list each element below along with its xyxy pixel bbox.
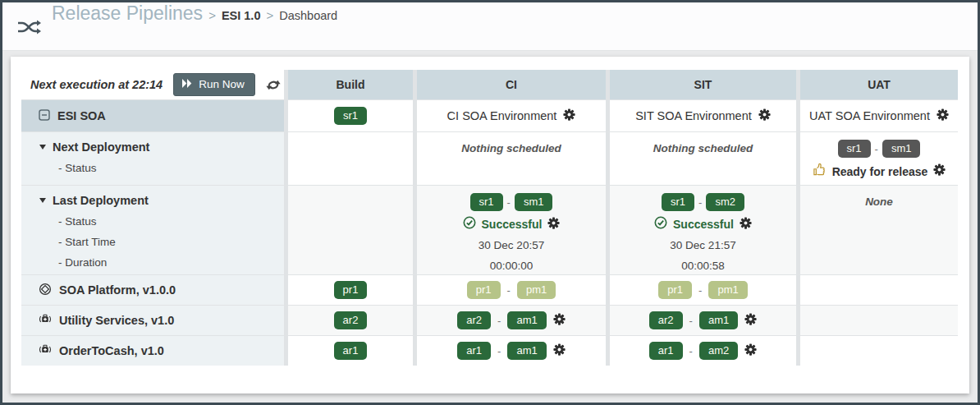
release-badge[interactable]: sr1 xyxy=(470,193,503,211)
package-badge[interactable]: ar2 xyxy=(334,311,368,329)
next-deployment-row-header: Next Deployment - Status xyxy=(21,132,284,185)
gear-icon[interactable] xyxy=(553,313,566,329)
package-badge[interactable]: ar2 xyxy=(649,311,683,329)
release-badge[interactable]: sr1 xyxy=(662,193,694,211)
badge-separator: - xyxy=(497,315,501,327)
release-badge[interactable]: sr1 xyxy=(838,140,871,158)
component-label: SOA Platform, v1.0.0 xyxy=(59,283,176,297)
application-icon xyxy=(39,343,52,358)
status-line: Successful xyxy=(654,216,752,232)
package-badge[interactable]: pr1 xyxy=(467,281,501,299)
check-circle-icon xyxy=(654,216,667,232)
last-deployment-toggle[interactable]: Last Deployment xyxy=(39,194,284,207)
ci-badges-cell: pr1 - pm1 xyxy=(417,275,606,305)
collapse-icon[interactable] xyxy=(39,109,50,123)
manifest-badge[interactable]: am1 xyxy=(507,311,546,329)
component-row-ordertocash: OrderToCash, v1.0 xyxy=(21,336,284,366)
chevron-down-icon xyxy=(39,145,46,150)
package-badge[interactable]: pr1 xyxy=(658,281,692,299)
sit-badges-cell: ar1 - am2 xyxy=(610,336,796,366)
pipeline-row-header[interactable]: ESI SOA xyxy=(21,100,284,131)
gear-icon[interactable] xyxy=(553,343,566,359)
badge-pair: sr1 - sm2 xyxy=(662,193,744,211)
next-deployment-toggle[interactable]: Next Deployment xyxy=(39,140,284,154)
package-badge[interactable]: ar1 xyxy=(649,342,683,360)
component-label: Utility Services, v1.0 xyxy=(59,314,174,327)
gear-icon[interactable] xyxy=(547,217,560,232)
refresh-icon[interactable] xyxy=(266,78,281,92)
sit-environment-cell: SIT SOA Environment xyxy=(610,100,796,131)
manifest-badge[interactable]: pm1 xyxy=(517,281,556,299)
next-execution-label: Next execution at 22:14 xyxy=(30,78,163,91)
pipeline-name: ESI SOA xyxy=(57,109,106,122)
release-badge[interactable]: sr1 xyxy=(334,107,367,125)
gear-icon[interactable] xyxy=(758,108,771,124)
status-line: Ready for release xyxy=(813,163,946,180)
field-start-time: - Start Time xyxy=(58,232,284,252)
ci-environment-name: CI SOA Environment xyxy=(447,109,557,122)
start-time-value: 30 Dec 20:57 xyxy=(479,237,544,253)
badge-separator: - xyxy=(875,143,878,155)
run-now-label: Run Now xyxy=(199,78,245,90)
duration-value: 00:00:58 xyxy=(681,258,725,274)
ci-environment-cell: CI SOA Environment xyxy=(417,100,606,131)
component-row-soa-platform: SOA Platform, v1.0.0 xyxy=(21,275,284,305)
gear-icon[interactable] xyxy=(563,108,575,124)
gear-icon[interactable] xyxy=(933,163,946,179)
manifest-badge[interactable]: sm2 xyxy=(706,193,744,211)
build-badge-cell: ar2 xyxy=(288,306,413,335)
build-badge-cell: ar1 xyxy=(288,336,413,366)
package-badge[interactable]: pr1 xyxy=(334,281,368,299)
package-badge[interactable]: ar2 xyxy=(457,311,491,329)
manifest-badge[interactable]: am2 xyxy=(699,342,738,360)
manifest-badge[interactable]: pm1 xyxy=(708,281,747,299)
manifest-badge[interactable]: am1 xyxy=(699,311,738,329)
build-release-cell: sr1 xyxy=(288,100,413,131)
breadcrumb-separator: > xyxy=(266,8,273,22)
page-title: Release Pipelines xyxy=(52,2,203,25)
badge-separator: - xyxy=(689,315,693,327)
last-deployment-sit-cell: sr1 - sm2 Successful 30 Dec 21:57 00:00:… xyxy=(610,186,796,274)
badge-separator: - xyxy=(507,196,511,209)
dashboard-panel: Next execution at 22:14 Run Now xyxy=(11,57,969,393)
run-now-button[interactable]: Run Now xyxy=(173,73,255,96)
next-deployment-label: Next Deployment xyxy=(53,140,149,154)
uat-environment-cell: UAT SOA Environment xyxy=(800,100,958,131)
gear-icon[interactable] xyxy=(740,217,752,232)
duration-value: 00:00:00 xyxy=(490,258,534,274)
check-circle-icon xyxy=(463,216,476,232)
breadcrumb-release[interactable]: ESI 1.0 xyxy=(222,9,261,22)
start-time-value: 30 Dec 21:57 xyxy=(670,237,735,253)
manifest-badge[interactable]: sm1 xyxy=(882,140,921,158)
run-now-icon xyxy=(182,78,192,90)
next-deployment-sit-status: Nothing scheduled xyxy=(610,132,796,185)
deployment-status: Successful xyxy=(482,218,543,231)
last-deployment-label: Last Deployment xyxy=(53,194,149,207)
ci-badges-cell: ar2 - am1 xyxy=(417,306,606,335)
column-header-build: Build xyxy=(288,70,413,99)
field-duration: - Duration xyxy=(58,252,284,273)
pipelines-shuffle-icon xyxy=(16,17,41,40)
badge-separator: - xyxy=(689,345,693,357)
badge-separator: - xyxy=(698,284,702,297)
manifest-badge[interactable]: am1 xyxy=(507,342,546,360)
badge-pair: sr1 - sm1 xyxy=(470,193,553,211)
component-row-utility-services: Utility Services, v1.0 xyxy=(21,306,284,335)
manifest-badge[interactable]: sm1 xyxy=(515,193,553,211)
breadcrumb-separator: > xyxy=(208,8,216,22)
gear-icon[interactable] xyxy=(744,343,757,359)
uat-environment-name: UAT SOA Environment xyxy=(809,109,930,122)
package-badge[interactable]: ar1 xyxy=(457,342,491,360)
gear-icon[interactable] xyxy=(744,313,757,329)
column-header-uat: UAT xyxy=(800,70,958,99)
package-badge[interactable]: ar1 xyxy=(334,342,368,360)
breadcrumb-dashboard: Dashboard xyxy=(279,9,337,22)
badge-pair: sr1 - sm1 xyxy=(838,140,921,158)
last-deployment-build-cell xyxy=(288,186,413,274)
gear-icon[interactable] xyxy=(936,108,949,124)
table-toolbar: Next execution at 22:14 Run Now xyxy=(21,70,284,99)
uat-empty-cell xyxy=(800,275,958,305)
sit-badges-cell: pr1 - pm1 xyxy=(610,275,796,305)
ci-badges-cell: ar1 - am1 xyxy=(417,336,606,366)
next-deployment-build-cell xyxy=(288,132,413,185)
